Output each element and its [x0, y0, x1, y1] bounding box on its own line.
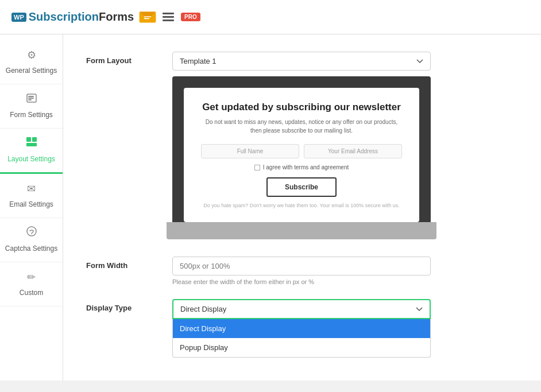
captcha-icon: [26, 226, 37, 240]
app-body: ⚙ General Settings Form Settings: [0, 34, 541, 381]
preview-name-field: Full Name: [201, 144, 299, 158]
svg-rect-9: [32, 137, 37, 142]
header: WP SubscriptionForms PRO: [0, 0, 541, 34]
svg-rect-7: [28, 99, 32, 100]
direct-display-option[interactable]: Direct Display: [173, 319, 430, 338]
lines-icon: [163, 13, 174, 21]
svg-rect-6: [28, 98, 34, 99]
form-width-helper: Please enter the width of the form eithe…: [172, 278, 431, 285]
main-content: Form Layout Template 1 Template 2 Templa…: [63, 34, 541, 381]
email-icon: ✉: [27, 182, 36, 196]
preview-subscribe-btn: Subscribe: [266, 177, 337, 197]
sidebar-item-general-settings[interactable]: ⚙ General Settings: [0, 40, 63, 84]
preview-description: Do not want to miss any news, updates, n…: [201, 118, 402, 135]
logo: WP SubscriptionForms PRO: [11, 9, 200, 25]
svg-rect-2: [144, 16, 152, 17]
email-icon-header: [138, 9, 157, 25]
sidebar-item-label-form: Form Settings: [10, 110, 53, 120]
brand-sub: Subscription: [29, 10, 99, 23]
preview-box: Get updated by subscribing our newslette…: [172, 76, 431, 237]
form-width-input[interactable]: [172, 257, 431, 275]
svg-rect-3: [144, 18, 150, 19]
pro-badge: PRO: [181, 13, 200, 21]
sidebar-item-form-settings[interactable]: Form Settings: [0, 84, 63, 129]
form-width-control: Please enter the width of the form eithe…: [172, 257, 431, 285]
form-layout-row: Form Layout Template 1 Template 2 Templa…: [86, 52, 518, 243]
display-type-selected-value: Direct Display: [180, 305, 226, 313]
display-type-dropdown: Direct Display Popup Display: [172, 319, 431, 358]
sidebar-item-layout-settings[interactable]: Layout Settings: [0, 129, 63, 174]
gear-icon: ⚙: [27, 48, 36, 63]
display-type-row: Display Type Direct Display Direct Displ…: [86, 299, 518, 319]
sidebar-item-label-email: Email Settings: [9, 200, 53, 209]
sidebar-item-label-custom: Custom: [20, 288, 43, 298]
preview-footer-bar: [167, 222, 436, 239]
chevron-down-icon: [416, 307, 423, 312]
pencil-icon: ✏: [27, 270, 36, 285]
wp-badge: WP: [11, 13, 26, 22]
preview-footer-text: Do you hate spam? Don't worry we hate th…: [201, 203, 402, 208]
sidebar-item-label-captcha: Captcha Settings: [5, 244, 57, 254]
form-width-row: Form Width Please enter the width of the…: [86, 257, 518, 285]
preview-fields: Full Name Your Email Address: [201, 144, 402, 158]
svg-rect-5: [28, 96, 34, 97]
sidebar-item-label-general: General Settings: [6, 66, 57, 76]
form-icon: [26, 92, 37, 107]
brand-name: SubscriptionForms: [29, 10, 134, 24]
form-layout-label: Form Layout: [86, 52, 161, 65]
preview-checkbox-row: I agree with terms and agreement: [201, 164, 402, 170]
sidebar: ⚙ General Settings Form Settings: [0, 34, 63, 381]
display-type-control: Direct Display Direct Display Popup Disp…: [172, 299, 431, 319]
preview-checkbox: [254, 165, 260, 170]
preview-title: Get updated by subscribing our newslette…: [201, 102, 402, 113]
display-type-select[interactable]: Direct Display: [172, 299, 431, 319]
svg-rect-10: [26, 143, 37, 146]
sidebar-item-label-layout: Layout Settings: [7, 154, 55, 164]
svg-point-12: [31, 234, 32, 235]
form-width-label: Form Width: [86, 257, 161, 270]
sidebar-item-captcha-settings[interactable]: Captcha Settings: [0, 218, 63, 262]
svg-rect-8: [26, 137, 31, 142]
preview-email-field: Your Email Address: [304, 144, 402, 158]
sidebar-item-email-settings[interactable]: ✉ Email Settings: [0, 174, 63, 218]
display-type-label: Display Type: [86, 299, 161, 312]
sidebar-item-custom[interactable]: ✏ Custom: [0, 262, 63, 306]
preview-checkbox-label: I agree with terms and agreement: [263, 164, 349, 170]
brand-forms: Forms: [99, 10, 134, 23]
layout-icon: [26, 137, 37, 151]
display-type-wrapper: Direct Display Direct Display Popup Disp…: [172, 299, 431, 319]
form-layout-select[interactable]: Template 1 Template 2 Template 3: [172, 52, 431, 71]
form-layout-control: Template 1 Template 2 Template 3 Get upd…: [172, 52, 431, 243]
popup-display-option[interactable]: Popup Display: [173, 338, 430, 357]
svg-point-11: [27, 227, 36, 236]
preview-inner: Get updated by subscribing our newslette…: [184, 88, 419, 222]
